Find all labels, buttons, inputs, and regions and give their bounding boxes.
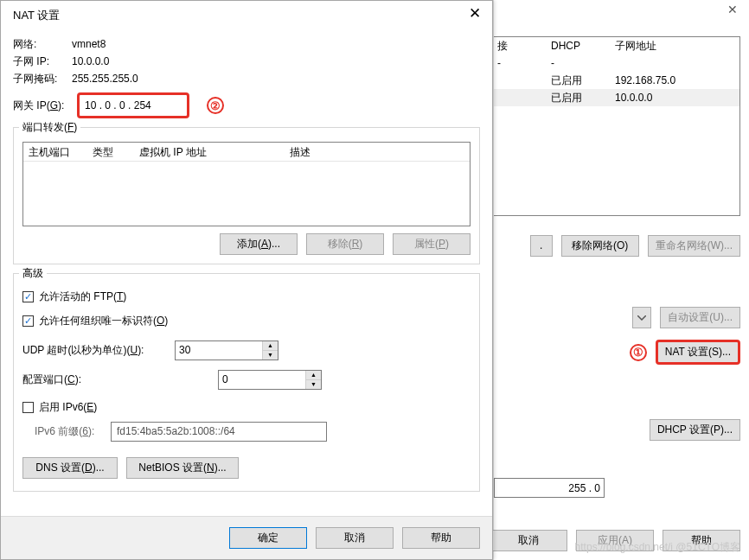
port-forward-list[interactable]: 主机端口 类型 虚拟机 IP 地址 描述 [22, 142, 471, 226]
chevron-up-icon: ▲ [306, 371, 321, 380]
dot-button[interactable]: . [530, 235, 553, 257]
udp-timeout-spinner[interactable]: 30 ▲▼ [175, 340, 278, 360]
properties-button[interactable]: 属性(P) [393, 233, 471, 255]
col-host-port: 主机端口 [29, 143, 80, 161]
annotation-1: ① [630, 344, 647, 361]
ftp-label: 允许活动的 FTP(T) [39, 290, 126, 304]
help-button[interactable]: 帮助 [402, 527, 480, 549]
ipv6-checkbox[interactable] [22, 402, 34, 413]
rename-network-button[interactable]: 重命名网络(W)... [648, 235, 740, 257]
advanced-group: 高级 ✓ 允许活动的 FTP(T) ✓ 允许任何组织唯一标识符(O) UDP 超… [13, 273, 480, 492]
network-table: 接 DHCP 子网地址 - - 已启用 192.168.75.0 已启用 10.… [494, 36, 740, 216]
chevron-up-icon: ▲ [263, 341, 278, 351]
cancel-button[interactable]: 取消 [490, 530, 567, 551]
ipv6-prefix-label: IPv6 前缀(6): [35, 424, 106, 439]
subnet-mask-value: 255.255.255.0 [72, 73, 138, 85]
gateway-label: 网关 IP(G): [13, 99, 72, 113]
table-row[interactable]: 已启用 10.0.0.0 [494, 89, 739, 106]
chevron-down-icon: ▼ [263, 351, 278, 360]
close-icon[interactable]: ✕ [464, 5, 485, 26]
table-header: 接 DHCP 子网地址 [494, 37, 739, 54]
add-button[interactable]: 添加(A)... [220, 233, 298, 255]
subnet-ip-value: 10.0.0.0 [72, 55, 109, 67]
subnet-ip-label: 子网 IP: [13, 54, 72, 69]
ftp-checkbox[interactable]: ✓ [22, 291, 34, 302]
config-port-label: 配置端口(C): [22, 372, 170, 387]
dialog-title: NAT 设置 [13, 8, 60, 23]
col-subaddr: 子网地址 [615, 37, 739, 54]
udp-timeout-label: UDP 超时(以秒为单位)(U): [22, 343, 170, 358]
port-forward-legend: 端口转发(F) [19, 120, 80, 135]
background-vnet-editor: ✕ 接 DHCP 子网地址 - - 已启用 192.168.75.0 已启用 1… [493, 0, 749, 560]
config-port-spinner[interactable]: 0 ▲▼ [218, 370, 322, 390]
subnet-ip-tail[interactable]: 255 . 0 [494, 478, 605, 498]
col-dhcp: DHCP [551, 37, 615, 54]
ipv6-prefix-input[interactable]: fd15:4ba5:5a2b:1008::/64 [111, 422, 327, 442]
col-type: 类型 [93, 143, 127, 161]
auto-settings-button[interactable]: 自动设置(U)... [660, 307, 740, 328]
dns-settings-button[interactable]: DNS 设置(D)... [22, 457, 118, 479]
oui-label: 允许任何组织唯一标识符(O) [39, 314, 168, 328]
col-vm-ip: 虚拟机 IP 地址 [139, 143, 278, 161]
network-value: vmnet8 [72, 38, 106, 50]
chevron-down-icon: ▼ [306, 380, 321, 389]
advanced-legend: 高级 [19, 266, 47, 281]
nat-settings-button[interactable]: NAT 设置(S)... [656, 340, 740, 365]
annotation-2: ② [207, 97, 224, 114]
port-forward-group: 端口转发(F) 主机端口 类型 虚拟机 IP 地址 描述 添加(A)... 移除… [13, 127, 480, 264]
remove-button[interactable]: 移除(R) [306, 233, 384, 255]
table-row[interactable]: 已启用 192.168.75.0 [494, 72, 739, 89]
cancel-button[interactable]: 取消 [316, 527, 394, 549]
col-desc: 描述 [290, 143, 310, 161]
nat-settings-dialog: NAT 设置 ✕ 网络: vmnet8 子网 IP: 10.0.0.0 子网掩码… [0, 0, 493, 560]
network-label: 网络: [13, 37, 72, 52]
oui-checkbox[interactable]: ✓ [22, 315, 34, 327]
ipv6-label: 启用 IPv6(E) [39, 400, 97, 415]
col-conn: 接 [494, 37, 551, 54]
table-row[interactable]: - - [494, 54, 739, 72]
ok-button[interactable]: 确定 [229, 527, 307, 549]
dhcp-settings-button[interactable]: DHCP 设置(P)... [650, 419, 740, 441]
netbios-settings-button[interactable]: NetBIOS 设置(N)... [126, 457, 239, 479]
subnet-mask-label: 子网掩码: [13, 72, 72, 86]
chevron-down-icon[interactable] [632, 307, 651, 328]
close-icon[interactable]: ✕ [716, 0, 749, 22]
gateway-ip-input[interactable]: 10 . 0 . 0 . 254 [77, 92, 189, 118]
dialog-footer: 确定 取消 帮助 [1, 516, 492, 559]
remove-network-button[interactable]: 移除网络(O) [561, 235, 639, 257]
apply-button[interactable]: 应用(A) [576, 530, 654, 551]
help-button[interactable]: 帮助 [663, 530, 740, 551]
